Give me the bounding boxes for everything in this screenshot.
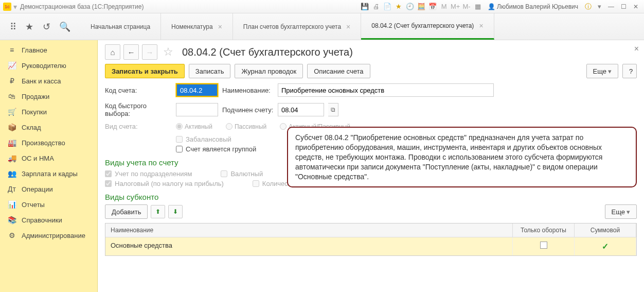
col-turnover[interactable]: Только обороты: [513, 224, 575, 237]
document-icon[interactable]: 📄: [383, 2, 392, 11]
info-icon[interactable]: ⓘ: [583, 2, 593, 11]
star-icon[interactable]: ★: [25, 21, 33, 32]
info-dropdown-icon[interactable]: ▾: [595, 2, 604, 11]
window-title: Демонстрационная база (1С:Предприятие): [20, 3, 144, 10]
sidebar-item-assets[interactable]: 🚚ОС и НМА: [0, 150, 97, 166]
more-subconto-button[interactable]: Еще: [605, 204, 637, 219]
nav-forward-button[interactable]: →: [142, 44, 157, 60]
memory-mminus-icon[interactable]: M-: [462, 2, 471, 11]
sidebar-item-admin[interactable]: ⚙Администрирование: [0, 228, 97, 243]
sidebar-item-reports[interactable]: 📊Отчеты: [0, 197, 97, 212]
nav-back-button[interactable]: ←: [123, 44, 139, 60]
memory-mplus-icon[interactable]: M+: [451, 2, 460, 11]
sidebar-item-operations[interactable]: ДтОперации: [0, 181, 97, 197]
cell-sum[interactable]: ✓: [575, 237, 636, 255]
home-button[interactable]: ⌂: [105, 44, 120, 60]
sidebar-item-label: Справочники: [22, 216, 62, 224]
move-down-button[interactable]: ⬇: [168, 205, 183, 218]
tab-label: Номенклатура: [171, 23, 213, 30]
checkbox-label: Валютный: [230, 170, 263, 178]
ruble-icon: ₽: [7, 77, 16, 85]
tab-label: План счетов бухгалтерского учета: [243, 23, 341, 30]
quick-code-input[interactable]: [176, 103, 218, 116]
truck-icon: 🚚: [7, 154, 16, 162]
list-icon: ≡: [7, 46, 16, 54]
sidebar-item-catalogs[interactable]: 📚Справочники: [0, 212, 97, 228]
grid-icon[interactable]: ▦: [473, 2, 482, 11]
maximize-button[interactable]: ☐: [618, 3, 629, 11]
checkbox-label: Счет является группой: [186, 145, 256, 153]
code-input[interactable]: [176, 83, 218, 97]
chart-icon: 📈: [7, 61, 16, 70]
check-icon: ✓: [602, 242, 609, 251]
tab-label: 08.04.2 (Счет бухгалтерского учета): [371, 22, 474, 29]
user-icon: 👤: [488, 3, 495, 10]
move-up-button[interactable]: ⬆: [151, 205, 165, 218]
journal-button[interactable]: Журнал проводок: [235, 64, 303, 78]
sidebar-item-main[interactable]: ≡Главное: [0, 42, 97, 58]
checkbox-label: Забалансовый: [186, 135, 231, 143]
sidebar-item-label: Операции: [22, 185, 53, 193]
col-sum[interactable]: Суммовой: [575, 224, 636, 237]
memory-m-icon[interactable]: M: [439, 2, 449, 11]
subconto-table: Наименование Только обороты Суммовой Осн…: [105, 223, 637, 256]
print-icon[interactable]: 🖨: [371, 2, 381, 11]
gear-icon: ⚙: [7, 231, 16, 239]
sidebar-item-production[interactable]: 🏭Производство: [0, 135, 97, 150]
save-and-close-button[interactable]: Записать и закрыть: [105, 64, 185, 78]
close-form-button[interactable]: ×: [634, 44, 639, 54]
help-button[interactable]: ?: [622, 64, 637, 78]
app-grid-icon[interactable]: ⠿: [10, 21, 16, 32]
sidebar-item-bank[interactable]: ₽Банк и касса: [0, 73, 97, 89]
user-name-label: Любимов Валерий Юрьевич: [497, 3, 578, 10]
minimize-button[interactable]: —: [606, 3, 616, 11]
tab-label: Начальная страница: [91, 23, 150, 30]
sidebar-item-label: Покупки: [22, 108, 47, 116]
favorite-toggle-button[interactable]: ☆: [160, 44, 176, 60]
current-user[interactable]: 👤Любимов Валерий Юрьевич: [488, 3, 578, 10]
calendar-icon[interactable]: 📅: [428, 2, 437, 11]
ledger-icon: Дт: [7, 185, 16, 193]
tab-chart-of-accounts[interactable]: План счетов бухгалтерского учета: [233, 13, 361, 40]
sidebar-item-payroll[interactable]: 👥Зарплата и кадры: [0, 166, 97, 181]
offbalance-checkbox: Забалансовый: [176, 135, 231, 143]
cart-icon: 🛒: [7, 108, 16, 116]
sidebar-item-warehouse[interactable]: 📦Склад: [0, 119, 97, 135]
sidebar-item-label: Склад: [22, 124, 41, 131]
parent-picker-button[interactable]: ⧉: [328, 103, 338, 116]
sidebar-item-label: Отчеты: [22, 201, 45, 209]
clock-icon[interactable]: 🕘: [405, 2, 415, 11]
sidebar-item-sales[interactable]: 🛍Продажи: [0, 89, 97, 104]
sidebar-item-manager[interactable]: 📈Руководителю: [0, 58, 97, 73]
is-group-checkbox: Счет является группой: [176, 145, 256, 153]
sidebar-item-label: Главное: [22, 46, 47, 54]
more-actions-button[interactable]: Еще: [586, 64, 618, 78]
history-dropdown-icon[interactable]: ▾: [13, 3, 17, 11]
parent-input[interactable]: [278, 103, 324, 116]
search-icon[interactable]: 🔍: [59, 21, 70, 32]
sidebar-item-label: Зарплата и кадры: [22, 170, 78, 178]
cell-name: Основные средства: [105, 237, 513, 255]
save-button[interactable]: Записать: [189, 64, 231, 78]
name-input[interactable]: [278, 83, 494, 97]
favorite-icon[interactable]: ★: [394, 2, 403, 11]
cell-turnover[interactable]: [513, 237, 575, 255]
col-name[interactable]: Наименование: [105, 224, 513, 237]
tab-account-08042[interactable]: 08.04.2 (Счет бухгалтерского учета): [361, 13, 494, 40]
calculator-icon[interactable]: 🧮: [417, 2, 426, 11]
tab-nomenclature[interactable]: Номенклатура: [161, 13, 233, 40]
factory-icon: 🏭: [7, 139, 16, 147]
sidebar-item-label: Руководителю: [22, 62, 66, 70]
add-button[interactable]: Добавить: [105, 204, 148, 219]
page-title: 08.04.2 (Счет бухгалтерского учета): [182, 46, 353, 58]
subconto-section: Виды субконто: [105, 193, 637, 201]
description-button[interactable]: Описание счета: [307, 64, 370, 78]
sidebar-item-purchases[interactable]: 🛒Покупки: [0, 104, 97, 119]
close-window-button[interactable]: ✕: [631, 3, 641, 11]
table-row[interactable]: Основные средства ✓: [105, 237, 636, 255]
history-icon[interactable]: ↺: [43, 21, 50, 32]
radio-label: Пассивный: [235, 123, 266, 130]
save-icon[interactable]: 💾: [360, 2, 369, 11]
tab-start-page[interactable]: Начальная страница: [80, 13, 161, 40]
checkbox-label: Учет по подразделениям: [115, 170, 192, 178]
